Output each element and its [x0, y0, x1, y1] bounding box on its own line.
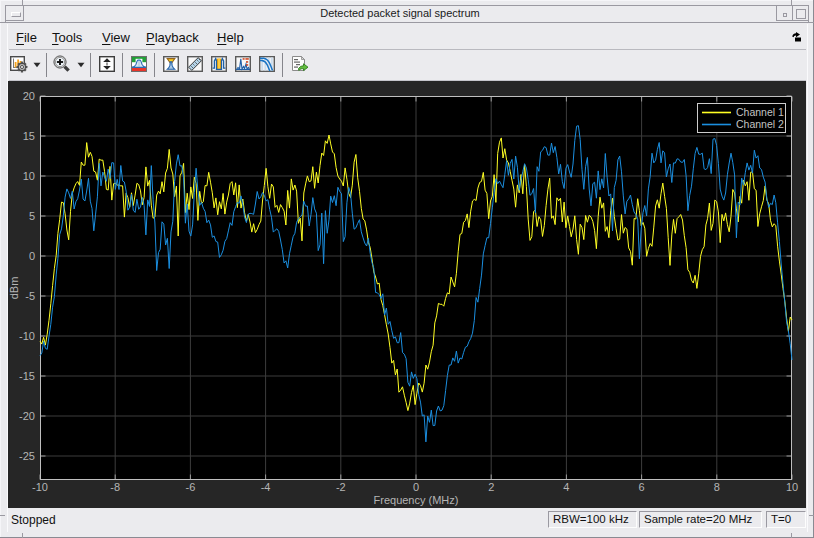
- svg-text:15: 15: [23, 130, 35, 142]
- svg-text:dBm: dBm: [8, 277, 20, 300]
- svg-text:0: 0: [29, 250, 35, 262]
- svg-text:-10: -10: [32, 481, 48, 493]
- svg-text:Channel 1: Channel 1: [736, 106, 784, 118]
- svg-text:-6: -6: [186, 481, 196, 493]
- svg-text:Channel 2: Channel 2: [736, 118, 784, 130]
- svg-text:-15: -15: [19, 370, 35, 382]
- svg-text:0: 0: [413, 481, 419, 493]
- svg-text:4: 4: [563, 481, 569, 493]
- svg-text:-25: -25: [19, 450, 35, 462]
- svg-text:2: 2: [488, 481, 494, 493]
- svg-text:6: 6: [639, 481, 645, 493]
- svg-text:-8: -8: [110, 481, 120, 493]
- svg-text:-4: -4: [261, 481, 271, 493]
- svg-text:8: 8: [714, 481, 720, 493]
- svg-text:10: 10: [23, 170, 35, 182]
- svg-text:Frequency (MHz): Frequency (MHz): [374, 494, 459, 506]
- svg-text:10: 10: [786, 481, 798, 493]
- svg-text:5: 5: [29, 210, 35, 222]
- svg-text:20: 20: [23, 90, 35, 102]
- svg-text:-10: -10: [19, 330, 35, 342]
- svg-text:-2: -2: [336, 481, 346, 493]
- svg-text:-20: -20: [19, 410, 35, 422]
- svg-text:-5: -5: [25, 290, 35, 302]
